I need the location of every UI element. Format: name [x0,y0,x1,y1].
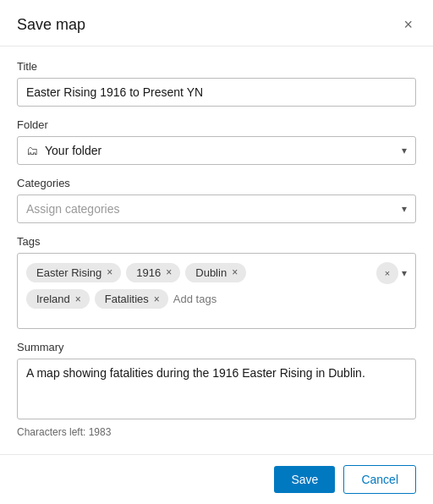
tag-1916: 1916 × [126,263,180,282]
tag-label: Dublin [195,266,227,279]
title-label: Title [17,60,416,73]
tag-easter-rising-remove[interactable]: × [107,267,112,277]
tags-label: Tags [17,235,416,248]
tags-first-row: Easter Rising × 1916 × Dublin × × ▾ [26,260,407,284]
close-button[interactable]: × [400,15,416,34]
tag-easter-rising: Easter Rising × [26,263,121,282]
tag-ireland: Ireland × [26,289,90,309]
categories-label: Categories [17,177,416,189]
tags-container: Easter Rising × 1916 × Dublin × × ▾ [17,253,416,329]
dialog-body: Title Folder 🗂 Your folder ▾ Categories … [0,47,433,454]
tags-expand-button[interactable]: ▾ [402,267,407,279]
tag-label: Easter Rising [36,266,101,279]
cancel-button[interactable]: Cancel [343,465,416,494]
folder-icon: 🗂 [26,144,38,157]
add-tags-input[interactable] [173,293,315,305]
summary-label: Summary [17,341,416,353]
tag-fatalities-remove[interactable]: × [154,294,160,304]
summary-field-group: Summary Characters left: 1983 [17,341,416,438]
tag-label: Ireland [36,293,70,305]
categories-dropdown[interactable]: Assign categories ▾ [17,194,416,223]
tag-ireland-remove[interactable]: × [75,294,81,304]
categories-field-group: Categories Assign categories ▾ [17,177,416,223]
tags-field-group: Tags Easter Rising × 1916 × Dublin × [17,235,416,329]
dialog-title: Save map [17,16,85,34]
tag-dublin: Dublin × [185,263,246,282]
tag-label: Fatalities [105,293,149,305]
save-button[interactable]: Save [274,466,335,493]
tag-label: 1916 [136,266,161,279]
tag-1916-remove[interactable]: × [166,267,172,277]
chars-left: Characters left: 1983 [17,426,416,438]
folder-chevron-icon: ▾ [402,145,407,156]
tags-second-row: Ireland × Fatalities × [26,289,407,309]
folder-label: Folder [17,118,416,131]
tag-fatalities: Fatalities × [95,289,168,309]
folder-field-group: Folder 🗂 Your folder ▾ [17,118,416,165]
title-field-group: Title [17,60,416,107]
folder-value: Your folder [45,144,101,157]
categories-placeholder: Assign categories [26,202,120,216]
folder-dropdown[interactable]: 🗂 Your folder ▾ [17,136,416,165]
dialog-header: Save map × [0,0,433,47]
summary-textarea[interactable] [17,359,416,419]
dialog-footer: Save Cancel [0,454,433,504]
save-map-dialog: Save map × Title Folder 🗂 Your folder ▾ … [0,0,433,504]
title-input[interactable] [17,78,416,107]
tags-actions: × ▾ [376,262,407,284]
tags-collapse-button[interactable]: × [376,262,398,284]
tag-dublin-remove[interactable]: × [232,267,238,277]
categories-chevron-icon: ▾ [402,203,407,215]
